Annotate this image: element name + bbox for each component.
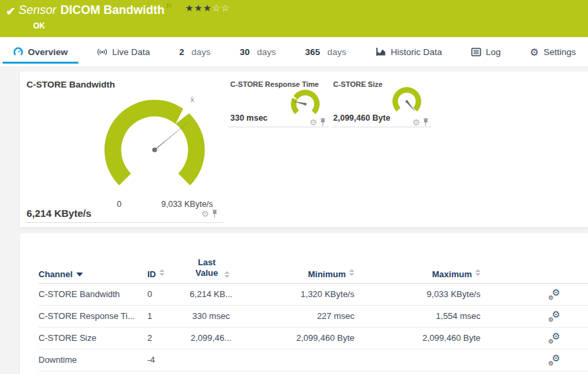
column-header-last-value-label: Last Value [193, 257, 221, 279]
tab-30-days[interactable]: 30days [238, 37, 277, 66]
tab-365-days-unit: days [327, 47, 346, 57]
stars-empty[interactable]: ☆☆ [212, 3, 230, 13]
gauge-scale-min: 0 [117, 200, 121, 209]
channel-settings-gears-icon[interactable]: ⚙⚙ [548, 311, 560, 322]
gauge-settings-gear-icon[interactable]: ⚙ [412, 118, 420, 127]
gauge-title: C-STORE Bandwidth [27, 80, 115, 90]
channel-name[interactable]: C-STORE Response Ti... [38, 311, 147, 321]
tab-log[interactable]: Log [470, 37, 502, 66]
tab-2-days-num: 2 [179, 47, 184, 57]
table-header-row: Channel ID Last Value Minimum Maximum [38, 233, 588, 284]
channel-last-value: 330 msec [181, 311, 242, 321]
tab-historic-data[interactable]: Historic Data [374, 37, 443, 66]
gauge-icon [13, 47, 23, 57]
stars-filled[interactable]: ★★★ [185, 3, 212, 13]
channel-table-panel: Channel ID Last Value Minimum Maximum [20, 233, 588, 374]
sensor-title-line: SensorDICOM Bandwidth⚐ ★★★☆☆ [19, 3, 230, 17]
channel-last-value: 2,099,46... [181, 333, 242, 343]
size-gauge [390, 84, 424, 119]
tab-30-days-unit: days [257, 47, 276, 57]
column-header-maximum-label: Maximum [432, 269, 472, 279]
column-header-channel[interactable]: Channel [38, 269, 147, 279]
channel-maximum: 2,099,460 Byte [354, 333, 480, 343]
gauge-tile-response-time: C-STORE Response Time 330 msec ⚙ [229, 78, 329, 127]
tab-settings[interactable]: ⚙ Settings [529, 37, 577, 66]
sort-icons [475, 269, 480, 276]
channel-table: Channel ID Last Value Minimum Maximum [20, 233, 588, 371]
channel-minimum: 2,099,460 Byte [242, 333, 354, 343]
table-row[interactable]: Downtime -4 ⚙⚙ [38, 349, 588, 371]
pin-icon[interactable] [320, 118, 326, 127]
tab-live-data-label: Live Data [112, 47, 150, 57]
channel-settings-gears-icon[interactable]: ⚙⚙ [548, 333, 560, 343]
column-header-channel-label: Channel [38, 269, 72, 279]
channel-id: -4 [147, 355, 181, 365]
gauge-tile-size: C-STORE Size 2,099,460 Byte ⚙ [332, 78, 431, 127]
pin-icon[interactable] [423, 118, 429, 127]
tab-log-label: Log [486, 47, 501, 57]
channel-name[interactable]: Downtime [38, 355, 147, 365]
broadcast-icon [97, 48, 108, 56]
mean-marker-label: x̄ [190, 95, 194, 103]
area-chart-icon [376, 47, 386, 56]
column-header-last-value[interactable]: Last Value [181, 257, 242, 279]
column-header-id-label: ID [147, 269, 156, 279]
gauge-current-value: 2,099,460 Byte [333, 113, 390, 123]
tab-overview-label: Overview [28, 47, 68, 57]
gear-icon: ⚙ [530, 47, 539, 57]
tab-365-days[interactable]: 365days [304, 37, 348, 66]
flag-icon: ⚐ [166, 2, 173, 10]
tab-30-days-num: 30 [240, 47, 250, 57]
status-badge: OK [33, 21, 45, 31]
channel-maximum: 9,033 KByte/s [354, 289, 480, 299]
column-header-maximum[interactable]: Maximum [354, 269, 480, 279]
channel-name[interactable]: C-STORE Size [38, 333, 147, 343]
tab-2-days[interactable]: 2days [178, 37, 212, 66]
channel-settings-gears-icon[interactable]: ⚙⚙ [548, 289, 560, 300]
gauge-tile-bandwidth: C-STORE Bandwidth x̄ 0 9,033 KByte/s 6,2… [25, 74, 224, 223]
pin-icon[interactable] [212, 210, 218, 218]
channel-id: 1 [147, 311, 181, 321]
sort-icons [159, 269, 165, 276]
sort-icons [349, 269, 354, 276]
status-ok-check-icon: ✔ [6, 5, 15, 19]
tab-2-days-unit: days [192, 47, 211, 57]
sort-icons [224, 271, 230, 278]
tab-historic-data-label: Historic Data [391, 47, 442, 57]
bandwidth-gauge: x̄ [95, 90, 214, 210]
tab-settings-label: Settings [544, 47, 576, 57]
channel-minimum: 227 msec [242, 311, 354, 321]
page-title: DICOM Bandwidth [60, 3, 165, 17]
channel-id: 0 [147, 289, 181, 299]
channel-name[interactable]: C-STORE Bandwidth [38, 289, 147, 299]
channel-maximum: 1,554 msec [354, 311, 480, 321]
gauge-settings-gear-icon[interactable]: ⚙ [309, 118, 317, 127]
priority-stars[interactable]: ★★★☆☆ [185, 3, 230, 13]
gauges-panel: C-STORE Bandwidth x̄ 0 9,033 KByte/s 6,2… [20, 72, 588, 227]
sensor-header: ✔ SensorDICOM Bandwidth⚐ ★★★☆☆ OK [0, 0, 588, 37]
sort-desc-icon [76, 273, 83, 277]
column-header-minimum-label: Minimum [308, 269, 346, 279]
table-row[interactable]: C-STORE Bandwidth 0 6,214 KB... 1,320 KB… [38, 284, 588, 306]
gauge-settings-gear-icon[interactable]: ⚙ [201, 210, 209, 218]
gauge-title: C-STORE Size [333, 80, 382, 88]
gauge-current-value: 330 msec [230, 113, 267, 123]
object-kind-label: Sensor [19, 3, 56, 17]
channel-settings-gears-icon[interactable]: ⚙⚙ [548, 355, 560, 365]
channel-id: 2 [147, 333, 181, 343]
tab-365-days-num: 365 [305, 47, 321, 57]
column-header-minimum[interactable]: Minimum [242, 269, 354, 279]
table-row[interactable]: C-STORE Size 2 2,099,46... 2,099,460 Byt… [38, 328, 588, 349]
channel-minimum: 1,320 KByte/s [242, 289, 354, 299]
table-row[interactable]: C-STORE Response Ti... 1 330 msec 227 ms… [38, 306, 588, 328]
column-header-id[interactable]: ID [147, 269, 181, 279]
response-time-gauge [288, 87, 323, 121]
gauge-current-value: 6,214 KByte/s [27, 208, 92, 219]
tab-live-data[interactable]: Live Data [96, 37, 151, 66]
log-list-icon [471, 48, 481, 56]
channel-last-value: 6,214 KB... [181, 289, 242, 299]
tab-overview[interactable]: Overview [12, 37, 69, 66]
tab-bar: Overview Live Data 2days 30days 365days … [0, 37, 588, 67]
gauge-scale-max: 9,033 KByte/s [161, 200, 213, 209]
